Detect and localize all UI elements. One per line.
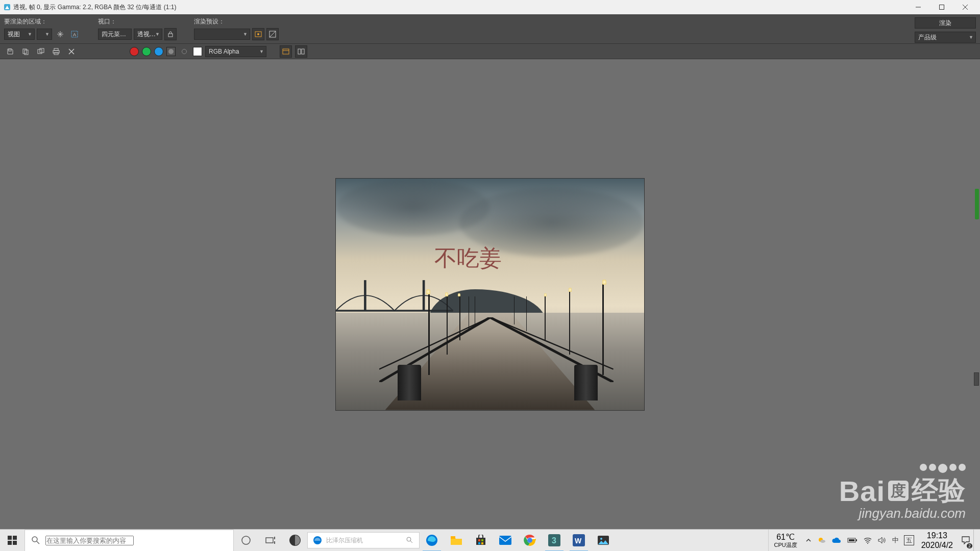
save-icon[interactable] <box>4 45 16 58</box>
svg-rect-48 <box>481 542 483 544</box>
frame-buffer-icon[interactable] <box>280 45 292 58</box>
paw-icon <box>920 464 966 473</box>
region-group: 要渲染的区域： 视图▼ ▼ A <box>4 17 81 40</box>
task-view-button[interactable] <box>258 530 283 552</box>
svg-rect-23 <box>298 49 301 54</box>
svg-rect-43 <box>451 536 455 539</box>
svg-rect-63 <box>856 539 857 541</box>
search-icon <box>406 536 414 544</box>
maximize-button[interactable] <box>930 0 953 14</box>
mono-channel-toggle[interactable] <box>182 49 187 54</box>
green-channel-toggle[interactable] <box>142 47 151 56</box>
svg-rect-46 <box>481 539 483 541</box>
svg-rect-62 <box>849 539 854 541</box>
tray-wifi-icon[interactable] <box>861 530 875 552</box>
red-channel-toggle[interactable] <box>130 47 139 56</box>
svg-rect-37 <box>274 541 275 544</box>
system-tray: 61℃ CPU温度 中 五 19:13 2020/4/2 2 <box>768 530 980 552</box>
svg-rect-44 <box>476 538 485 545</box>
toolbar-row-2: RGB Alpha▼ <box>0 44 980 59</box>
preset-group: 渲染预设： ▼ <box>194 17 279 40</box>
svg-rect-2 <box>940 5 944 10</box>
clear-icon[interactable] <box>65 45 78 58</box>
taskbar-app-1[interactable] <box>283 530 307 552</box>
svg-rect-47 <box>478 542 480 544</box>
taskbar-3dsmax[interactable]: 3 <box>542 530 567 552</box>
tray-volume-icon[interactable] <box>875 530 889 552</box>
svg-text:W: W <box>575 537 582 545</box>
app-icon <box>3 3 11 11</box>
preset-dropdown[interactable]: ▼ <box>194 29 250 40</box>
clone-icon[interactable] <box>35 45 47 58</box>
start-button[interactable] <box>0 530 24 552</box>
svg-point-58 <box>600 538 602 540</box>
viewport-dropdown-1[interactable]: 四元菜… <box>98 29 132 40</box>
cortana-button[interactable] <box>234 530 258 552</box>
cpu-temp[interactable]: 61℃ CPU温度 <box>768 530 802 552</box>
preset-label: 渲染预设： <box>194 17 279 26</box>
region-dropdown[interactable]: 视图▼ <box>4 29 35 40</box>
tray-weather-icon[interactable] <box>815 530 829 552</box>
taskbar-chrome[interactable] <box>518 530 542 552</box>
taskbar-edge[interactable] <box>420 530 444 552</box>
search-box[interactable] <box>24 530 234 552</box>
search-input[interactable] <box>45 536 134 545</box>
alpha-channel-toggle[interactable] <box>166 47 176 56</box>
render-button[interactable]: 渲染 <box>915 17 976 29</box>
environment-icon[interactable] <box>266 28 279 40</box>
svg-line-41 <box>410 541 412 543</box>
taskbar-word[interactable]: W <box>567 530 591 552</box>
scroll-indicator[interactable] <box>975 189 979 219</box>
browser-taskbar-preview[interactable]: 比泽尔压缩机 <box>307 532 420 548</box>
white-swatch[interactable] <box>193 47 202 56</box>
watermark-brand: 经验 <box>912 473 966 509</box>
auto-region-icon[interactable]: A <box>68 28 81 40</box>
svg-rect-30 <box>8 541 12 545</box>
svg-rect-36 <box>274 537 275 539</box>
edge-icon <box>313 536 322 545</box>
minimize-button[interactable] <box>906 0 930 14</box>
viewport-group: 视口： 四元菜… 透视…▼ <box>98 17 177 40</box>
region-aux-dropdown[interactable]: ▼ <box>37 29 52 40</box>
clock[interactable]: 19:13 2020/4/2 <box>916 530 958 552</box>
tray-chevron-icon[interactable] <box>802 530 815 552</box>
watermark-url: jingyan.baidu.com <box>839 506 966 521</box>
taskbar-explorer[interactable] <box>444 530 469 552</box>
rendered-image: 不吃姜 <box>335 178 645 411</box>
clock-date: 2020/4/2 <box>921 540 953 550</box>
compare-icon[interactable] <box>295 45 307 58</box>
svg-rect-49 <box>499 536 511 545</box>
browser-tab-text: 比泽尔压缩机 <box>326 536 363 545</box>
render-setup-icon[interactable] <box>252 28 264 40</box>
taskbar-mail[interactable] <box>493 530 518 552</box>
ime-indicator-2[interactable]: 五 <box>904 535 914 545</box>
titlebar: 透视, 帧 0, 显示 Gamma: 2.2, RGBA 颜色 32 位/每通道… <box>0 0 980 14</box>
taskbar-photos[interactable] <box>591 530 616 552</box>
tray-battery-icon[interactable] <box>844 530 861 552</box>
right-controls: 渲染 产品级▼ <box>915 17 976 43</box>
svg-rect-11 <box>9 49 11 51</box>
close-button[interactable] <box>953 0 977 14</box>
show-desktop-button[interactable] <box>973 530 980 552</box>
svg-point-40 <box>407 537 411 541</box>
svg-rect-29 <box>13 536 17 540</box>
viewport-dropdown-2[interactable]: 透视…▼ <box>134 29 162 40</box>
lock-viewport-icon[interactable] <box>164 28 177 40</box>
action-center-icon[interactable]: 2 <box>958 530 973 552</box>
tray-onedrive-icon[interactable] <box>829 530 844 552</box>
image-overlay-text: 不吃姜 <box>434 243 502 273</box>
svg-text:3: 3 <box>552 536 556 545</box>
pan-icon[interactable] <box>54 28 66 40</box>
viewport: 不吃姜 <box>0 59 980 529</box>
scroll-handle[interactable] <box>974 372 979 386</box>
print-icon[interactable] <box>50 45 62 58</box>
taskbar-store[interactable] <box>469 530 493 552</box>
svg-rect-21 <box>283 49 289 54</box>
quality-dropdown[interactable]: 产品级▼ <box>915 32 976 43</box>
ime-indicator-1[interactable]: 中 <box>889 530 902 552</box>
svg-rect-35 <box>266 538 273 543</box>
copy-icon[interactable] <box>19 45 32 58</box>
channel-dropdown[interactable]: RGB Alpha▼ <box>205 46 266 57</box>
region-label: 要渲染的区域： <box>4 17 81 26</box>
blue-channel-toggle[interactable] <box>154 47 163 56</box>
